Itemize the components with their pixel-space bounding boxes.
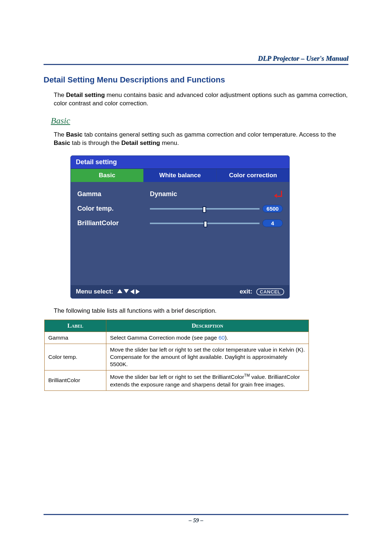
th-description: Description (106, 320, 309, 332)
page-number: – 59 – (44, 517, 348, 524)
text: menu. (160, 139, 179, 146)
color-temp-value: 6500 (262, 205, 283, 212)
trademark-sup: TM (244, 373, 250, 377)
header-rule (44, 64, 348, 65)
gamma-value: Dynamic (150, 190, 222, 198)
cell-label: Gamma (45, 332, 106, 344)
osd-row-brilliantcolor[interactable]: BrilliantColor 4 (77, 216, 283, 231)
th-label: Label (45, 320, 106, 332)
osd-row-color-temp[interactable]: Color temp. 6500 (77, 202, 283, 216)
brilliantcolor-slider[interactable]: 4 (150, 219, 283, 227)
doc-header-title: DLP Projector – User's Manual (44, 54, 348, 62)
cell-desc: Move the slider bar left or right to set… (106, 344, 309, 370)
menu-select-hint: Menu select: (76, 288, 140, 295)
text-bold: Detail setting (121, 139, 160, 146)
brilliantcolor-value: 4 (262, 219, 283, 227)
text: The (54, 92, 66, 98)
slider-track (150, 223, 260, 224)
text: tab contains general setting such as gam… (82, 131, 336, 138)
osd-panel: Detail setting Basic White balance Color… (70, 155, 290, 299)
text-bold: Basic (54, 139, 70, 146)
slider-track (150, 208, 260, 210)
exit-label: exit: (240, 288, 252, 295)
arrow-down-icon (124, 289, 129, 293)
exit-hint: exit: CANCEL (240, 288, 284, 295)
footer-rule (44, 514, 348, 515)
color-temp-label: Color temp. (77, 205, 150, 212)
text: tab is through the (70, 139, 121, 146)
functions-table: Label Description Gamma Select Gamma Cor… (44, 320, 309, 391)
cancel-button-icon[interactable]: CANCEL (256, 288, 284, 295)
text-bold: Basic (66, 131, 82, 138)
table-row: Gamma Select Gamma Correction mode (see … (45, 332, 309, 344)
osd-title: Detail setting (71, 156, 289, 169)
basic-intro: The Basic tab contains general setting s… (54, 131, 348, 147)
osd-row-gamma[interactable]: Gamma Dynamic (77, 187, 283, 202)
cell-desc: Move the slider bar left or right to set… (106, 370, 309, 390)
color-temp-slider[interactable]: 6500 (150, 205, 283, 212)
cell-label: Color temp. (45, 344, 106, 370)
nav-arrows-icon (117, 289, 140, 294)
tab-color-correction[interactable]: Color correction (216, 169, 289, 182)
tab-basic[interactable]: Basic (71, 169, 143, 182)
slider-thumb[interactable] (204, 221, 207, 227)
page-link-60[interactable]: 60 (219, 335, 225, 341)
section-heading: Detail Setting Menu Descriptions and Fun… (44, 75, 348, 85)
table-row: Color temp. Move the slider bar left or … (45, 344, 309, 370)
osd-footer: Menu select: exit: CANCEL (71, 285, 289, 298)
arrow-right-icon (136, 289, 140, 294)
osd-tabs: Basic White balance Color correction (71, 169, 289, 182)
osd-body: Gamma Dynamic Color temp. 6500 Brilliant… (71, 182, 289, 287)
section-intro: The Detail setting menu contains basic a… (54, 91, 348, 108)
table-row: BrilliantColor Move the slider bar left … (45, 370, 309, 390)
subsection-heading-basic: Basic (51, 116, 348, 126)
enter-icon[interactable] (274, 191, 283, 198)
text: Select Gamma Correction mode (see page (110, 335, 219, 341)
slider-thumb[interactable] (203, 206, 206, 213)
text: ). (225, 335, 228, 341)
text: Move the slider bar left or right to set… (110, 374, 244, 380)
cell-desc: Select Gamma Correction mode (see page 6… (106, 332, 309, 344)
tab-white-balance[interactable]: White balance (143, 169, 216, 182)
gamma-label: Gamma (77, 190, 150, 198)
arrow-left-icon (130, 289, 134, 294)
cell-label: BrilliantColor (45, 370, 106, 390)
table-caption: The following table lists all functions … (54, 307, 348, 315)
brilliantcolor-label: BrilliantColor (77, 219, 150, 227)
text-bold: Detail setting (66, 92, 105, 98)
text: The (54, 131, 66, 138)
arrow-up-icon (117, 289, 122, 293)
menu-select-label: Menu select: (76, 288, 113, 295)
page-footer: – 59 – (44, 514, 348, 524)
